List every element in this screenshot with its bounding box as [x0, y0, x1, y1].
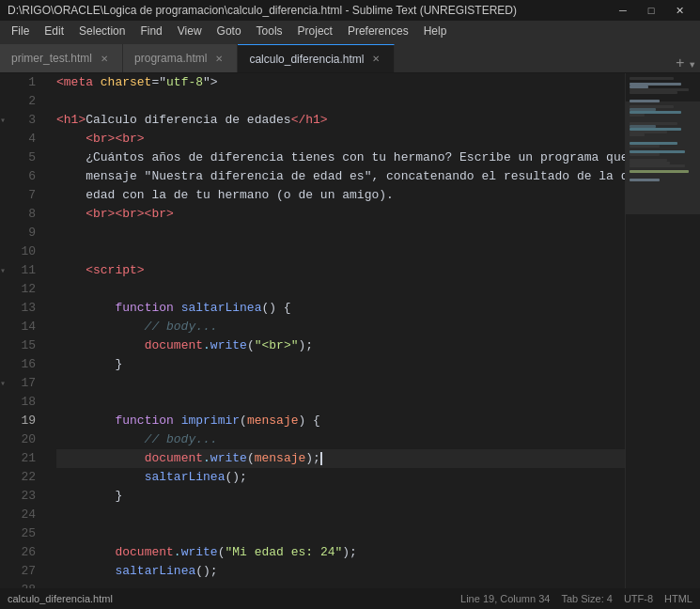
line-num-13: 13 — [15, 299, 41, 318]
code-line-20: saltarLinea(); — [56, 468, 625, 487]
tab-primer-test[interactable]: primer_test.html ✕ — [0, 44, 123, 72]
tab-scroll-controls: + ▾ — [676, 55, 700, 72]
code-line-8 — [56, 242, 625, 261]
line-num-23: 23 — [15, 487, 41, 506]
tab-calculo-diferencia[interactable]: calculo_diferencia.html ✕ — [238, 44, 395, 72]
fold-gutter: ▾ ▾ ▾ — [0, 73, 15, 588]
code-line-23 — [56, 524, 625, 543]
tab-programa[interactable]: programa.html ✕ — [123, 44, 238, 72]
code-line-15 — [56, 374, 625, 393]
code-line-19: document.write(mensaje); — [56, 449, 625, 468]
titlebar-title: D:\RIGO\ORACLE\Logica de programacion\ca… — [8, 4, 517, 17]
code-line-12: // body... — [56, 318, 625, 336]
line-num-11: 11 — [15, 261, 41, 280]
menu-file[interactable]: File — [4, 21, 37, 41]
code-line-1: <meta charset="utf-8"> — [56, 73, 625, 92]
line-num-3: 3 — [15, 111, 41, 130]
line-num-21: 21 — [15, 449, 41, 468]
line-numbers: 1 2 3 4 5 6 7 8 9 10 11 12 13 14 15 16 1… — [15, 73, 49, 588]
code-line-11: function saltarLinea() { — [56, 299, 625, 318]
line-num-4: 4 — [15, 130, 41, 148]
tab-label: primer_test.html — [11, 52, 92, 65]
line-num-17: 17 — [15, 374, 41, 393]
menu-preferences[interactable]: Preferences — [340, 21, 416, 41]
code-line-17: function imprimir(mensaje) { — [56, 412, 625, 430]
status-syntax: HTML — [664, 593, 692, 604]
statusbar: calculo_diferencia.html Line 19, Column … — [0, 588, 700, 609]
editor-area: ▾ ▾ ▾ 1 2 3 4 5 6 7 8 9 10 11 12 13 14 1… — [0, 73, 700, 588]
code-line-3: <h1>Calculo diferencia de edades</h1> — [56, 111, 625, 130]
menu-selection[interactable]: Selection — [71, 21, 132, 41]
menu-view[interactable]: View — [170, 21, 210, 41]
statusbar-right: Line 19, Column 34 Tab Size: 4 UTF-8 HTM… — [460, 593, 692, 604]
line-num-19: 19 — [15, 412, 41, 430]
line-num-1: 1 — [15, 73, 41, 92]
tabsbar: primer_test.html ✕ programa.html ✕ calcu… — [0, 41, 700, 73]
code-line-26 — [56, 581, 625, 588]
code-line-25: saltarLinea(); — [56, 562, 625, 581]
code-line-7 — [56, 224, 625, 242]
status-filename: calculo_diferencia.html — [8, 593, 113, 604]
tab-close-icon[interactable]: ✕ — [98, 52, 111, 65]
code-line-16 — [56, 393, 625, 412]
line-num-27: 27 — [15, 562, 41, 581]
tab-list-icon[interactable]: ▾ — [689, 56, 696, 72]
tab-label: calculo_diferencia.html — [249, 53, 364, 66]
minimap-viewport — [626, 102, 700, 214]
code-line-22 — [56, 506, 625, 524]
code-line-10 — [56, 280, 625, 299]
menu-help[interactable]: Help — [416, 21, 455, 41]
line-num-14: 14 — [15, 318, 41, 336]
code-line-13: document.write("<br>"); — [56, 336, 625, 355]
menu-project[interactable]: Project — [290, 21, 340, 41]
code-line-5c: edad con la de tu hermano (o de un amigo… — [56, 186, 625, 205]
tab-close-icon[interactable]: ✕ — [369, 53, 382, 66]
line-num-9: 9 — [15, 224, 41, 242]
code-line-21: } — [56, 487, 625, 506]
menu-edit[interactable]: Edit — [37, 21, 71, 41]
code-line-4: <br><br> — [56, 130, 625, 148]
line-num-18: 18 — [15, 393, 41, 412]
line-num-2: 2 — [15, 92, 41, 111]
line-num-22: 22 — [15, 468, 41, 487]
line-num-6: 6 — [15, 167, 41, 186]
code-line-9: <script> — [56, 261, 625, 280]
line-num-10: 10 — [15, 242, 41, 261]
line-num-20: 20 — [15, 430, 41, 449]
code-line-18: // body... — [56, 430, 625, 449]
line-num-25: 25 — [15, 524, 41, 543]
code-line-5: ¿Cuántos años de diferencia tienes con t… — [56, 148, 625, 167]
menu-goto[interactable]: Goto — [210, 21, 249, 41]
minimize-button[interactable]: ─ — [610, 1, 636, 20]
code-content[interactable]: <meta charset="utf-8"> <h1>Calculo difer… — [49, 73, 625, 588]
status-tab-size: Tab Size: 4 — [561, 593, 612, 604]
code-line-5b: mensaje "Nuestra diferencia de edad es",… — [56, 167, 625, 186]
tab-add-icon[interactable]: + — [676, 55, 685, 72]
line-num-16: 16 — [15, 355, 41, 374]
titlebar-controls: ─ □ ✕ — [610, 1, 692, 20]
line-num-28: 28 — [15, 581, 41, 588]
titlebar: D:\RIGO\ORACLE\Logica de programacion\ca… — [0, 0, 700, 21]
code-line-14: } — [56, 355, 625, 374]
minimap — [625, 73, 700, 588]
statusbar-left: calculo_diferencia.html — [8, 593, 113, 604]
status-encoding: UTF-8 — [624, 593, 653, 604]
line-num-26: 26 — [15, 543, 41, 562]
line-num-24: 24 — [15, 506, 41, 524]
line-num-12: 12 — [15, 280, 41, 299]
menu-tools[interactable]: Tools — [249, 21, 290, 41]
tab-label: programa.html — [134, 52, 207, 65]
menu-find[interactable]: Find — [132, 21, 169, 41]
line-num-7: 7 — [15, 186, 41, 205]
line-num-15: 15 — [15, 336, 41, 355]
line-num-5: 5 — [15, 148, 41, 167]
close-button[interactable]: ✕ — [666, 1, 692, 20]
tab-close-icon[interactable]: ✕ — [212, 52, 226, 65]
code-line-24: document.write("Mi edad es: 24"); — [56, 543, 625, 562]
maximize-button[interactable]: □ — [638, 1, 664, 20]
code-line-2 — [56, 92, 625, 111]
line-num-8: 8 — [15, 205, 41, 224]
status-line-col: Line 19, Column 34 — [460, 593, 550, 604]
menubar: File Edit Selection Find View Goto Tools… — [0, 21, 700, 41]
code-line-6: <br><br><br> — [56, 205, 625, 224]
